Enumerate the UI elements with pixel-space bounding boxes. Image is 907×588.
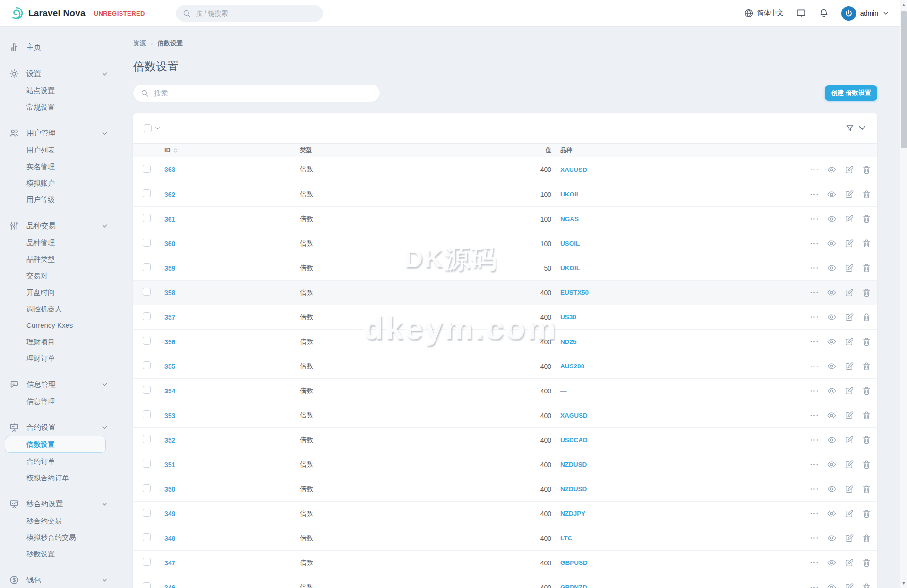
table-row[interactable]: 352倍数400USDCAD — [133, 427, 877, 452]
row-actions-ellipsis-icon[interactable] — [809, 214, 819, 224]
row-edit-pencil-icon[interactable] — [844, 558, 854, 568]
row-symbol-link[interactable]: GBPNZD — [551, 584, 790, 588]
row-checkbox[interactable] — [143, 410, 151, 418]
row-symbol-link[interactable]: ND25 — [551, 338, 790, 345]
row-edit-pencil-icon[interactable] — [844, 410, 854, 420]
sidebar-item[interactable]: 模拟秒合约交易 — [0, 529, 123, 545]
row-edit-pencil-icon[interactable] — [844, 263, 854, 273]
resource-search[interactable] — [133, 85, 380, 102]
row-symbol-link[interactable]: NZDJPY — [551, 510, 790, 517]
sidebar-item[interactable]: 品种管理 — [0, 234, 123, 251]
row-delete-trash-icon[interactable] — [862, 460, 872, 469]
row-id-link[interactable]: 360 — [164, 240, 300, 247]
row-delete-trash-icon[interactable] — [862, 288, 872, 298]
row-actions-ellipsis-icon[interactable] — [809, 509, 819, 519]
row-checkbox[interactable] — [143, 484, 151, 492]
row-view-eye-icon[interactable] — [827, 410, 837, 420]
row-edit-pencil-icon[interactable] — [844, 214, 854, 224]
row-id-link[interactable]: 358 — [164, 289, 300, 297]
row-id-link[interactable]: 352 — [164, 436, 300, 444]
sidebar-item[interactable]: 用户列表 — [0, 142, 123, 158]
row-delete-trash-icon[interactable] — [862, 558, 872, 568]
row-actions-ellipsis-icon[interactable] — [809, 582, 819, 588]
sidebar-item[interactable]: 理财订单 — [0, 350, 123, 366]
row-checkbox[interactable] — [143, 189, 151, 197]
row-edit-pencil-icon[interactable] — [844, 386, 854, 396]
select-all-dropdown[interactable] — [144, 124, 161, 132]
row-symbol-link[interactable]: USOIL — [551, 240, 790, 247]
row-edit-pencil-icon[interactable] — [844, 312, 854, 322]
table-row[interactable]: 357倍数400US30 — [133, 305, 877, 329]
row-actions-ellipsis-icon[interactable] — [809, 288, 819, 298]
row-checkbox[interactable] — [143, 239, 151, 247]
sidebar-group-header[interactable]: 合约设置 — [0, 419, 123, 436]
row-symbol-link[interactable]: LTC — [551, 535, 790, 542]
global-search-input[interactable] — [196, 9, 309, 17]
select-all-checkbox[interactable] — [144, 124, 152, 132]
row-view-eye-icon[interactable] — [827, 582, 837, 588]
row-delete-trash-icon[interactable] — [862, 361, 872, 371]
row-delete-trash-icon[interactable] — [862, 410, 872, 420]
sidebar-group-header[interactable]: 信息管理 — [0, 376, 123, 393]
table-row[interactable]: 350倍数400NZDUSD — [133, 477, 877, 501]
row-symbol-link[interactable]: UKOIL — [551, 264, 790, 272]
row-checkbox[interactable] — [143, 558, 151, 566]
row-symbol-link[interactable]: XAUUSD — [551, 166, 790, 173]
row-symbol-link[interactable]: USDCAD — [551, 436, 790, 443]
resource-search-input[interactable] — [154, 89, 362, 97]
sidebar-item[interactable]: Currency Kxes — [0, 317, 123, 333]
row-symbol-link[interactable]: NZDUSD — [551, 461, 790, 468]
row-view-eye-icon[interactable] — [827, 165, 837, 175]
row-actions-ellipsis-icon[interactable] — [809, 312, 819, 322]
filter-dropdown[interactable] — [845, 123, 867, 133]
notifications-bell-icon[interactable] — [819, 8, 829, 18]
row-checkbox[interactable] — [143, 435, 151, 443]
row-id-link[interactable]: 349 — [164, 510, 300, 518]
table-row[interactable]: 354倍数400— — [133, 378, 877, 403]
row-actions-ellipsis-icon[interactable] — [809, 337, 819, 347]
page-scrollbar[interactable]: ▲ ▼ — [900, 0, 907, 588]
row-edit-pencil-icon[interactable] — [844, 239, 854, 248]
row-checkbox[interactable] — [143, 582, 151, 588]
row-actions-ellipsis-icon[interactable] — [809, 558, 819, 568]
row-edit-pencil-icon[interactable] — [844, 484, 854, 494]
row-checkbox[interactable] — [143, 214, 151, 222]
row-view-eye-icon[interactable] — [827, 533, 837, 543]
row-delete-trash-icon[interactable] — [862, 263, 872, 273]
row-view-eye-icon[interactable] — [827, 558, 837, 568]
row-actions-ellipsis-icon[interactable] — [809, 460, 819, 469]
brand[interactable]: Laravel Nova — [9, 6, 86, 20]
row-view-eye-icon[interactable] — [827, 435, 837, 445]
row-view-eye-icon[interactable] — [827, 460, 837, 469]
row-delete-trash-icon[interactable] — [862, 509, 872, 519]
table-row[interactable]: 358倍数400EUSTX50 — [133, 280, 877, 305]
row-id-link[interactable]: 356 — [164, 338, 300, 346]
row-edit-pencil-icon[interactable] — [844, 189, 854, 199]
row-actions-ellipsis-icon[interactable] — [809, 239, 819, 248]
row-delete-trash-icon[interactable] — [862, 312, 872, 322]
sidebar-item[interactable]: 秒数设置 — [0, 545, 123, 562]
row-checkbox[interactable] — [143, 460, 151, 468]
row-edit-pencil-icon[interactable] — [844, 165, 854, 175]
sidebar-item[interactable]: 用户等级 — [0, 191, 123, 208]
row-id-link[interactable]: 359 — [164, 264, 300, 272]
sidebar-item[interactable]: 秒合约交易 — [0, 512, 123, 529]
row-actions-ellipsis-icon[interactable] — [809, 263, 819, 273]
scrollbar-down-arrow[interactable]: ▼ — [900, 580, 907, 587]
row-delete-trash-icon[interactable] — [862, 484, 872, 494]
row-edit-pencil-icon[interactable] — [844, 533, 854, 543]
sidebar-item[interactable]: 理财项目 — [0, 333, 123, 350]
row-delete-trash-icon[interactable] — [862, 386, 872, 396]
row-id-link[interactable]: 354 — [164, 387, 300, 395]
row-symbol-link[interactable]: UKOIL — [551, 191, 790, 198]
row-edit-pencil-icon[interactable] — [844, 288, 854, 298]
sidebar-item[interactable]: 合约订单 — [0, 453, 123, 469]
table-row[interactable]: 349倍数400NZDJPY — [133, 501, 877, 526]
theme-monitor-icon[interactable] — [796, 8, 806, 18]
sidebar-item[interactable]: 品种类型 — [0, 251, 123, 267]
row-view-eye-icon[interactable] — [827, 509, 837, 519]
table-row[interactable]: 363倍数400XAUUSD — [133, 157, 877, 182]
row-view-eye-icon[interactable] — [827, 361, 837, 371]
row-symbol-link[interactable]: XAGUSD — [551, 412, 790, 419]
row-edit-pencil-icon[interactable] — [844, 582, 854, 588]
